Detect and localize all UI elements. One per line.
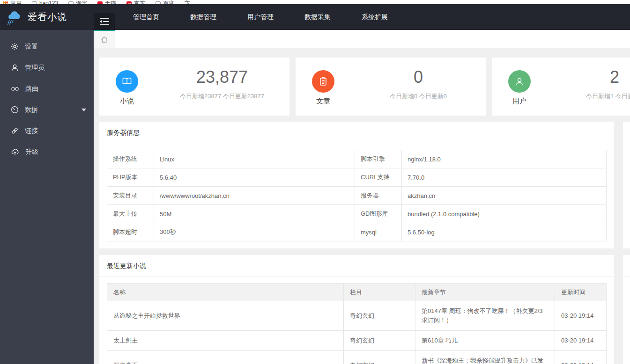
table-header-row: 名称 栏目 最新章节 更新时间 [107,284,607,301]
stats-row: 小说 23,877 今日新增23877 今日更新23877 [99,58,630,116]
book-open-icon [116,70,138,93]
sidebar-collapse-button[interactable] [94,13,115,30]
chevron-down-icon [82,109,86,111]
table-row: 脚本超时 300秒 mysql 5.6.50-log [107,223,607,241]
nav-item-data-management[interactable]: 数据管理 [182,13,224,22]
browser-bookmarks-bar: 应用 hao123 淘宝 天猫 JD 京东 百度 [0,0,630,4]
table-row: 最大上传 50M GD图形库 bundled (2.1.0 compatible… [107,205,607,223]
novel-name: 太上剑主 [107,331,344,351]
page-tab-bar [94,30,630,48]
clipboard-icon [312,70,334,93]
person-icon [508,70,531,93]
menu-shrink-icon [100,18,109,19]
server-key: 脚本超时 [107,223,154,241]
bookmark-label: 应用 [10,0,22,4]
novel-chapter: 第610章 巧儿 [415,331,555,351]
bookmark-apps[interactable]: 应用 [3,0,22,4]
sidebar-item-data[interactable]: 数据 [0,99,94,120]
bookmark-truncated[interactable]: 卞 [185,0,190,4]
admin-dashboard-page: 应用 hao123 淘宝 天猫 JD 京东 百度 [0,0,630,364]
stat-label: 文章 [316,97,330,106]
server-key: 服务器 [355,187,402,205]
server-key: 操作系统 [107,150,154,168]
server-key: CURL支持 [355,168,402,187]
sidebar-item-links[interactable]: 链接 [0,120,94,141]
sidebar-item-label: 链接 [25,127,38,135]
sidebar-item-settings[interactable]: 设置 [0,36,94,57]
nav-item-user-management[interactable]: 用户管理 [239,13,282,22]
sidebar-item-label: 设置 [25,43,38,51]
col-latest-chapter: 最新章节 [415,284,555,301]
sidebar-item-admin[interactable]: 管理员 [0,57,94,78]
sidebar-item-routes[interactable]: 路由 [0,78,94,99]
user-icon [11,64,19,72]
server-info-table: 操作系统 Linux 脚本引擎 nginx/1.18.0 PHP版本 5.6.4… [107,150,607,241]
server-info-row: 服务器信息 操作系统 Linux 脚本引擎 nginx/1.18.0 PHP版本… [99,122,630,248]
home-icon [100,36,108,44]
server-value: /www/wwwroot/akzhan.cn [154,187,355,205]
server-value: 7.70.0 [402,168,607,187]
sidebar-item-label: 路由 [25,85,38,93]
novel-chapter: 新书《深海炮王：我杀怪能提升攻击力》已发布 [415,351,555,364]
novel-name: 深海拳王 [107,351,344,364]
server-value: bundled (2.1.0 compatible) [402,205,607,223]
sidebar-item-label: 升级 [25,148,38,156]
stat-value: 0 [414,68,423,87]
site-title: 爱看小说 [28,11,67,23]
novel-time: 03-20 19:14 [555,351,607,364]
novel-category: 奇幻玄幻 [344,351,415,364]
table-row: 太上剑主 奇幻玄幻 第610章 巧儿 03-20 19:14 [107,331,607,351]
bookmark-hao123[interactable]: hao123 [32,0,58,4]
bookmark-label: 淘宝 [76,0,87,4]
stat-value: 23,877 [196,68,248,87]
server-value: 50M [154,205,355,223]
stat-card-users: 用户 2 今日新增1 今日更新1 [492,58,630,116]
panel-title: 最近更新小说 [99,255,614,277]
link-icon [11,127,19,135]
bookmark-baidu[interactable]: 百度 [156,0,174,4]
col-update-time: 更新时间 [555,284,607,301]
app-header: 爱看小说 管理首页 数据管理 用户管理 数据采集 系统扩展 [0,4,630,30]
bookmark-label: 卞 [185,0,190,4]
server-value: 5.6.50-log [402,223,607,241]
bookmark-label: 天猫 [105,0,116,4]
novel-time: 03-20 19:14 [555,301,607,331]
server-key: 脚本引擎 [355,150,402,168]
stat-label: 用户 [512,97,526,106]
stat-label: 小说 [120,97,134,106]
app-logo[interactable]: 爱看小说 [0,4,94,30]
server-value: nginx/1.18.0 [402,150,607,168]
server-key: mysql [355,223,402,241]
sidebar-item-label: 管理员 [25,64,44,72]
stat-card-articles: 文章 0 今日新增0 今日更新0 [296,58,486,116]
stat-subtitle: 今日新增23877 今日更新23877 [180,92,264,101]
tab-home[interactable] [94,30,115,48]
stat-subtitle: 今日新增0 今日更新0 [390,92,447,101]
novel-category: 奇幻玄幻 [344,301,415,331]
sidebar-item-upgrade[interactable]: 升级 [0,141,94,162]
stat-subtitle: 今日新增1 今日更新1 [586,92,630,101]
bookmark-label: 京东 [134,0,145,4]
server-key: 最大上传 [107,205,154,223]
bookmark-tmall[interactable]: 天猫 [97,0,116,4]
server-key: GD图形库 [355,205,402,223]
bookmark-taobao[interactable]: 淘宝 [68,0,87,4]
nav-item-system-extension[interactable]: 系统扩展 [354,13,396,22]
recent-novels-row: 最近更新小说 名称 栏目 最新章节 更新时间 从诡秘之主开始拯救世界 奇幻玄幻 [99,255,630,364]
bookmark-jd[interactable]: JD 京东 [126,0,145,4]
cloud-rain-logo-icon [6,10,23,25]
nav-item-data-collection[interactable]: 数据采集 [296,13,339,22]
server-value: 300秒 [154,223,355,241]
nav-item-home[interactable]: 管理首页 [125,13,167,22]
recent-novels-table: 名称 栏目 最新章节 更新时间 从诡秘之主开始拯救世界 奇幻玄幻 第0147章 … [107,283,607,364]
bookmark-label: hao123 [39,0,58,4]
gauge-icon [11,106,19,114]
cloud-upload-icon [11,148,19,156]
novel-category: 奇幻玄幻 [344,331,415,351]
right-panel-top: 用户 [623,122,630,248]
server-value: akzhan.cn [402,187,607,205]
bookmark-label: 百度 [163,0,174,4]
novel-time: 03-20 19:14 [555,331,607,351]
novel-chapter: 第0147章 周珏：狗改不了吃屎！（补欠更2/3求订阅！） [415,301,555,331]
table-row: 深海拳王 奇幻玄幻 新书《深海炮王：我杀怪能提升攻击力》已发布 03-20 19… [107,351,607,364]
